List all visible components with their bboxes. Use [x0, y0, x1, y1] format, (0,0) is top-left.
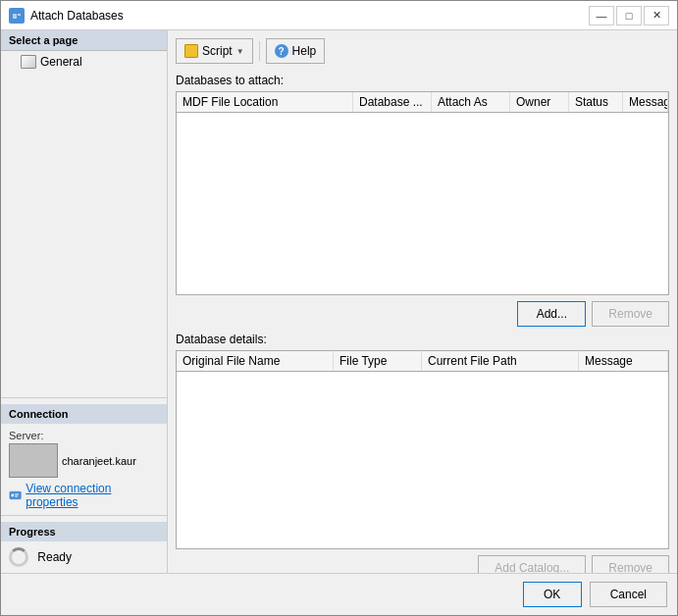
- connection-icon: [9, 488, 22, 502]
- content-area: Script ▼ ? Help Databases to attach: MDF…: [168, 30, 677, 573]
- databases-section-label: Databases to attach:: [176, 74, 669, 87]
- svg-point-4: [11, 494, 14, 497]
- minimize-button[interactable]: —: [589, 6, 614, 26]
- server-label: Server:: [9, 430, 159, 441]
- databases-table-body: [177, 113, 668, 294]
- remove-bottom-button[interactable]: Remove: [592, 555, 669, 573]
- det-col-filepath: Current File Path: [422, 351, 579, 371]
- svg-rect-5: [15, 494, 19, 495]
- close-button[interactable]: ✕: [644, 6, 669, 26]
- db-col-attach-as: Attach As: [432, 92, 510, 112]
- details-table-header: Original File Name File Type Current Fil…: [177, 351, 668, 372]
- db-col-owner: Owner: [510, 92, 569, 112]
- server-name: charanjeet.kaur: [62, 455, 136, 467]
- progress-header: Progress: [1, 522, 167, 541]
- det-col-filetype: File Type: [334, 351, 422, 371]
- svg-rect-2: [18, 14, 21, 16]
- remove-top-button[interactable]: Remove: [592, 301, 669, 327]
- help-label: Help: [292, 44, 317, 58]
- view-connection-text: View connection properties: [26, 482, 159, 509]
- add-catalog-button[interactable]: Add Catalog...: [478, 555, 586, 573]
- help-button[interactable]: ? Help: [266, 38, 326, 64]
- db-col-message: Message: [623, 92, 668, 112]
- main-window: Attach Databases — □ ✕ Select a page Gen…: [0, 0, 678, 616]
- select-page-header: Select a page: [1, 30, 167, 51]
- sidebar-item-general-label: General: [40, 55, 82, 69]
- connection-header: Connection: [1, 404, 167, 424]
- maximize-button[interactable]: □: [616, 6, 642, 26]
- server-row: charanjeet.kaur: [9, 443, 159, 478]
- db-col-mdf: MDF File Location: [177, 92, 353, 112]
- databases-table: MDF File Location Database ... Attach As…: [176, 91, 669, 295]
- details-section-label: Database details:: [176, 333, 669, 346]
- script-icon: [184, 44, 198, 58]
- help-icon: ?: [275, 44, 288, 58]
- details-table: Original File Name File Type Current Fil…: [176, 350, 669, 549]
- connection-section: Connection Server: charanjeet.kaur View …: [1, 397, 167, 515]
- ok-button[interactable]: OK: [523, 582, 582, 607]
- databases-table-header: MDF File Location Database ... Attach As…: [177, 92, 668, 113]
- sidebar-item-general[interactable]: General: [1, 51, 167, 73]
- server-avatar: [9, 443, 58, 478]
- details-table-body: [177, 372, 668, 548]
- script-button[interactable]: Script ▼: [176, 38, 253, 64]
- window-title: Attach Databases: [30, 9, 589, 23]
- toolbar: Script ▼ ? Help: [176, 38, 669, 64]
- svg-rect-1: [13, 14, 17, 19]
- svg-rect-6: [15, 495, 18, 496]
- cancel-button[interactable]: Cancel: [590, 582, 667, 607]
- db-col-database: Database ...: [353, 92, 432, 112]
- db-col-status: Status: [569, 92, 623, 112]
- progress-status: Ready: [37, 550, 72, 564]
- footer: OK Cancel: [1, 573, 677, 615]
- main-content: Select a page General Connection Server:…: [1, 30, 677, 573]
- databases-action-row: Add... Remove: [176, 301, 669, 327]
- title-bar: Attach Databases — □ ✕: [1, 1, 677, 30]
- script-dropdown-arrow: ▼: [236, 47, 244, 56]
- progress-section: Progress Ready: [1, 515, 167, 573]
- details-action-row: Add Catalog... Remove: [176, 555, 669, 573]
- toolbar-separator: [259, 41, 260, 61]
- window-controls: — □ ✕: [589, 6, 669, 26]
- det-col-message: Message: [579, 351, 668, 371]
- script-label: Script: [202, 44, 233, 58]
- add-button[interactable]: Add...: [517, 301, 586, 327]
- det-col-filename: Original File Name: [177, 351, 334, 371]
- view-connection-link[interactable]: View connection properties: [9, 482, 159, 509]
- progress-row: Ready: [9, 547, 159, 567]
- window-icon: [9, 8, 25, 24]
- sidebar: Select a page General Connection Server:…: [1, 30, 168, 573]
- progress-spinner: [9, 547, 28, 567]
- sidebar-spacer: [1, 73, 167, 397]
- general-page-icon: [21, 55, 36, 69]
